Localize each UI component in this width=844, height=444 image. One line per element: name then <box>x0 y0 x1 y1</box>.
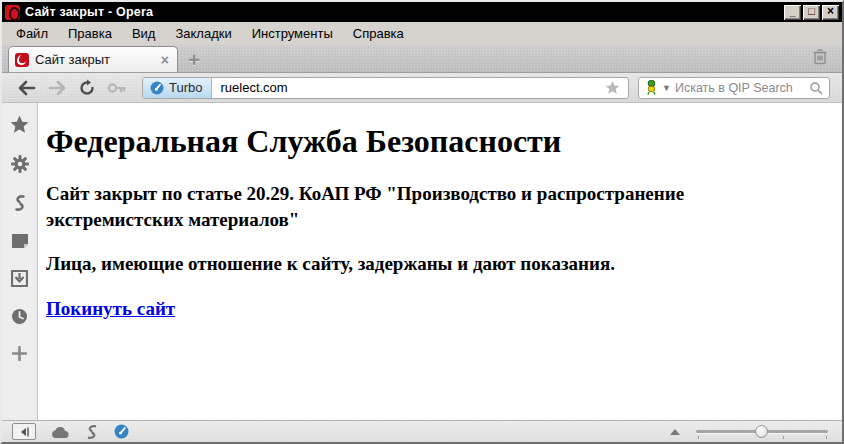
page-heading: Федеральная Служба Безопасности <box>46 123 834 160</box>
menu-view[interactable]: Вид <box>122 23 166 44</box>
menu-tools[interactable]: Инструменты <box>242 23 343 44</box>
zoom-controls <box>670 424 828 440</box>
search-field[interactable]: ▼ <box>638 77 830 99</box>
titlebar: Сайт закрыт - Opera _ □ × <box>2 2 842 22</box>
wand-password-icon[interactable] <box>102 81 132 95</box>
magnifier-icon[interactable] <box>809 81 823 95</box>
history-clock-icon[interactable] <box>11 308 28 325</box>
leave-site-link[interactable]: Покинуть сайт <box>46 298 175 319</box>
notes-icon[interactable] <box>11 233 29 249</box>
tab-favicon-icon <box>15 53 29 67</box>
window-controls: _ □ × <box>784 5 839 20</box>
search-input[interactable] <box>675 81 805 95</box>
window-title: Сайт закрыт - Opera <box>25 5 153 19</box>
menu-help[interactable]: Справка <box>343 23 414 44</box>
new-tab-button[interactable]: + <box>188 51 200 69</box>
opera-logo-icon <box>5 5 20 20</box>
trash-icon[interactable] <box>812 48 828 68</box>
turbo-label: Turbo <box>169 80 202 95</box>
forward-button[interactable] <box>42 80 72 96</box>
widgets-gear-icon[interactable] <box>11 155 29 173</box>
add-panel-plus-icon[interactable] <box>12 346 27 361</box>
qip-search-engine-icon[interactable] <box>645 80 658 95</box>
zoom-tick <box>826 436 827 439</box>
maximize-button[interactable]: □ <box>803 5 820 20</box>
minimize-button[interactable]: _ <box>784 5 801 20</box>
opera-browser-window: Сайт закрыт - Opera _ □ × Файл Правка Ви… <box>0 0 844 444</box>
status-bar <box>2 420 842 442</box>
close-button[interactable]: × <box>822 5 839 20</box>
zoom-tick <box>698 436 699 439</box>
panel-toggle-button[interactable] <box>12 423 36 440</box>
tab-site-closed[interactable]: Сайт закрыт × <box>8 46 178 72</box>
turbo-gauge-icon <box>150 81 164 95</box>
zoom-slider-thumb[interactable] <box>755 425 768 438</box>
tab-title: Сайт закрыт <box>35 52 153 67</box>
bookmark-star-icon[interactable] <box>597 80 628 95</box>
zoom-tick <box>783 436 784 439</box>
menu-edit[interactable]: Правка <box>58 23 122 44</box>
unite-swirl-status-icon[interactable] <box>84 424 100 440</box>
page-body: Федеральная Служба Безопасности Сайт зак… <box>38 103 842 420</box>
address-toolbar: Turbo ▼ <box>2 73 842 103</box>
menu-file[interactable]: Файл <box>6 23 58 44</box>
zoom-menu-arrow-icon[interactable] <box>670 429 680 435</box>
panel-sidebar <box>2 103 38 420</box>
address-field[interactable]: Turbo <box>142 77 629 99</box>
turbo-button[interactable]: Turbo <box>143 78 212 98</box>
turbo-status-icon[interactable] <box>114 424 129 439</box>
content-area: Федеральная Служба Безопасности Сайт зак… <box>2 103 842 420</box>
bookmarks-star-icon[interactable] <box>10 115 29 134</box>
page-paragraph-2: Лица, имеющие отношение к сайту, задержа… <box>46 251 706 277</box>
tab-bar: Сайт закрыт × + <box>2 45 842 73</box>
tab-close-icon[interactable]: × <box>159 52 171 68</box>
back-button[interactable] <box>12 80 42 96</box>
downloads-icon[interactable] <box>11 270 28 287</box>
opera-link-cloud-icon[interactable] <box>50 425 70 439</box>
url-text[interactable] <box>212 80 597 95</box>
chevron-down-icon[interactable]: ▼ <box>662 83 671 93</box>
menu-bar: Файл Правка Вид Закладки Инструменты Спр… <box>2 22 842 45</box>
reload-button[interactable] <box>72 79 102 97</box>
menu-bookmarks[interactable]: Закладки <box>165 23 241 44</box>
zoom-slider[interactable] <box>696 424 828 440</box>
page-paragraph-1: Сайт закрыт по статье 20.29. КоАП РФ "Пр… <box>46 181 706 232</box>
url-input[interactable] <box>212 80 597 95</box>
unite-swirl-icon[interactable] <box>11 194 29 212</box>
